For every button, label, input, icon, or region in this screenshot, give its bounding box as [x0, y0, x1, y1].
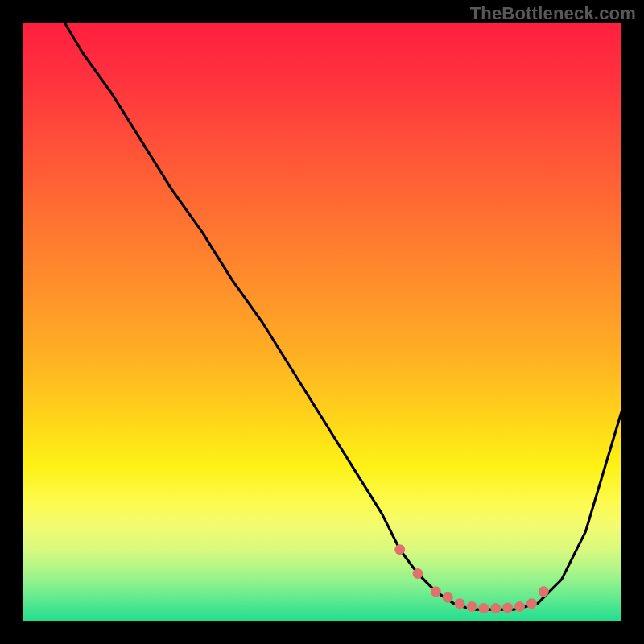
plot-area [23, 23, 621, 621]
highlight-dot [467, 601, 477, 612]
bottleneck-curve [64, 23, 621, 609]
highlight-dot [514, 601, 525, 612]
highlight-dot [431, 586, 441, 597]
watermark-text: TheBottleneck.com [470, 3, 636, 24]
highlight-dot [455, 598, 465, 609]
highlight-dot [502, 602, 513, 613]
highlight-dot [478, 603, 489, 613]
curve-path [64, 23, 621, 609]
highlight-dot [413, 568, 423, 579]
chart-frame: TheBottleneck.com [0, 0, 644, 644]
highlight-dot [539, 586, 549, 597]
highlight-dot [443, 592, 453, 603]
highlight-dot [490, 603, 501, 613]
highlight-dot [526, 598, 537, 609]
highlight-dot [394, 544, 405, 555]
highlight-dots [394, 544, 549, 613]
curve-layer [23, 23, 621, 621]
